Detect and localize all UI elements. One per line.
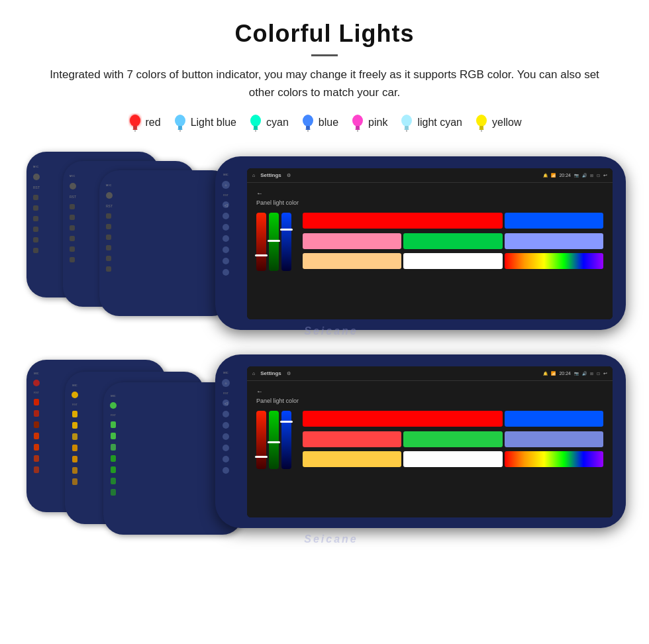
screen1-panel-label: Panel light color [256,199,603,206]
color-swatches-top [303,213,603,271]
bottom-unit-section: MIC RST MIC RST [26,348,636,547]
color-item-cyan: cyan [248,113,289,132]
color-item-lightcyan: light cyan [399,113,462,132]
color-label-red: red [146,117,161,129]
svg-rect-14 [305,129,310,130]
bulb-icon-cyan [248,113,263,132]
svg-rect-5 [178,126,182,129]
bulb-icon-pink [350,113,365,132]
top-unit-section: MIC RST MIC RST [26,146,636,339]
color-item-yellow: yellow [474,113,521,132]
svg-rect-10 [254,129,258,130]
svg-rect-1 [133,126,137,129]
screen-bottom: ⌂ Settings ⚙ 🔔 📶 20:24 📷 🔊 ⊠ ⊡ ↩ [247,366,613,517]
color-label-lightblue: Light blue [191,117,236,129]
color-list: red Light blue [26,113,623,132]
svg-rect-25 [479,126,483,129]
svg-point-16 [352,115,363,127]
description-text: Integrated with 7 colors of button indic… [40,66,609,101]
screen2-panel-label: Panel light color [256,398,603,404]
screen2-title: Settings [260,370,281,376]
svg-point-20 [401,115,412,127]
svg-rect-21 [405,126,409,129]
page-title: Colorful Lights [26,20,623,48]
bulb-icon-yellow [474,113,489,132]
color-item-blue: blue [301,113,338,132]
bulb-icon-blue [301,113,315,132]
color-label-blue: blue [319,117,338,129]
color-swatches-bottom [303,411,603,469]
svg-rect-13 [306,126,310,129]
svg-point-24 [476,115,487,127]
screen1-title: Settings [260,172,281,178]
svg-rect-17 [356,126,360,129]
svg-point-8 [250,115,261,127]
page-container: Colorful Lights Integrated with 7 colors… [0,0,649,566]
color-label-cyan: cyan [266,117,289,129]
color-label-lightcyan: light cyan [417,117,462,129]
main-unit-bottom: MIC ⌂ RST ◁ ⌂ Settings [215,354,626,528]
title-section: Colorful Lights Integrated with 7 colors… [26,20,623,101]
main-unit-top: MIC ⌂ RST ◁ ⌂ Settings [215,156,626,330]
svg-point-12 [303,115,313,127]
screen-top: ⌂ Settings ⚙ 🔔 📶 20:24 📷 🔊 ⊠ ⊡ ↩ [247,168,613,319]
watermark-bottom: Seicane [304,533,358,545]
title-divider [311,54,338,56]
color-item-lightblue: Light blue [173,113,236,132]
bulb-icon-red [128,113,142,132]
color-label-pink: pink [368,117,387,129]
color-item-red: red [128,113,161,132]
svg-point-0 [130,115,140,127]
color-item-pink: pink [350,113,387,132]
back-unit-3: MIC RST [99,170,232,316]
color-sliders-top [256,213,293,271]
screen1-back[interactable]: ← [256,189,603,197]
svg-point-4 [175,115,185,127]
bulb-icon-lightcyan [399,113,414,132]
color-label-yellow: yellow [492,117,521,129]
svg-rect-2 [132,129,137,130]
screen1-time: 20:24 [559,173,571,178]
screen2-time: 20:24 [559,371,571,376]
svg-rect-22 [405,129,409,130]
color-sliders-bottom [256,411,293,469]
bulb-icon-lightblue [173,113,187,132]
svg-rect-18 [356,129,360,130]
svg-rect-26 [479,129,484,130]
screen2-back[interactable]: ← [256,388,603,395]
svg-rect-6 [177,129,182,130]
svg-rect-9 [254,126,258,129]
